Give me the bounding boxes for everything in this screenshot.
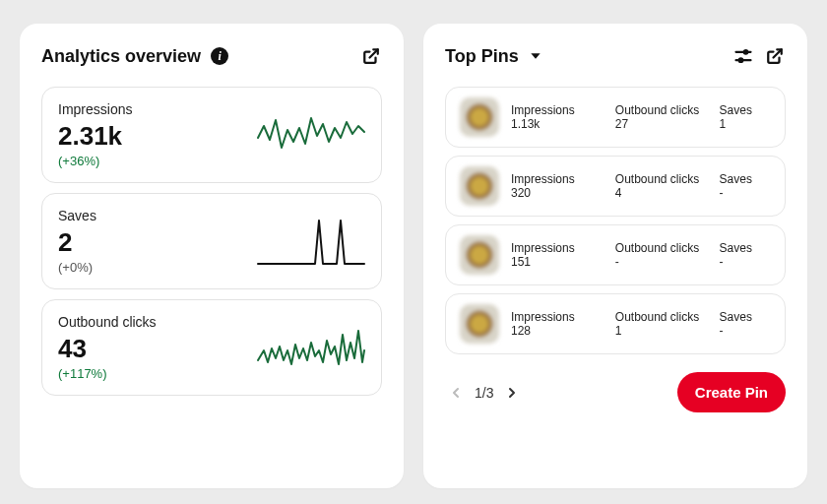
metric-label: Impressions [58,101,257,117]
external-link-icon[interactable] [764,45,786,67]
pin-thumbnail [460,235,499,275]
pin-impressions-value: 128 [511,324,600,338]
pin-saves-value: - [720,255,771,269]
info-icon[interactable]: i [211,47,228,65]
chevron-down-icon[interactable] [525,45,546,67]
metric-change: (+117%) [58,366,257,381]
pin-saves-label: Saves [720,103,771,117]
pin-row[interactable]: Impressions 151 Outbound clicks - Saves … [445,224,786,285]
pin-saves-label: Saves [720,241,771,255]
pager: 1/3 Create Pin [445,372,786,412]
pin-outbound-value: 4 [615,186,704,200]
top-pins-header: Top Pins [445,45,786,67]
pin-saves-label: Saves [720,172,771,186]
top-pins-title: Top Pins [445,46,519,67]
pin-row[interactable]: Impressions 1.13k Outbound clicks 27 Sav… [445,87,786,148]
pin-outbound-label: Outbound clicks [615,241,704,255]
svg-point-1 [744,50,748,54]
pin-outbound-value: 1 [615,324,704,338]
sparkline-icon [257,321,365,375]
filter-icon[interactable] [732,45,754,67]
pin-outbound-label: Outbound clicks [615,103,704,117]
pin-impressions-value: 1.13k [511,117,600,131]
analytics-title: Analytics overview [41,46,201,67]
pin-outbound-label: Outbound clicks [615,172,704,186]
metric-row[interactable]: Impressions 2.31k (+36%) [41,87,382,183]
metric-row[interactable]: Outbound clicks 43 (+117%) [41,299,382,396]
metric-label: Saves [58,208,257,223]
pin-saves-value: 1 [720,117,771,131]
pin-impressions-label: Impressions [511,310,600,324]
pager-text: 1/3 [475,385,493,401]
pin-outbound-value: 27 [615,117,704,131]
pager-next-icon[interactable] [501,382,523,404]
pin-impressions-value: 320 [511,186,600,200]
pin-saves-value: - [720,324,771,338]
metric-label: Outbound clicks [58,314,257,330]
metric-value: 43 [58,334,257,364]
pin-saves-label: Saves [720,310,771,324]
pin-row[interactable]: Impressions 128 Outbound clicks 1 Saves … [445,293,786,354]
analytics-header: Analytics overview i [41,45,382,67]
pin-impressions-label: Impressions [511,172,600,186]
pin-thumbnail [460,304,499,344]
top-pins-card: Top Pins Impressions 1.13k Outbound clic… [423,24,807,488]
metric-change: (+0%) [58,260,257,275]
create-pin-button[interactable]: Create Pin [677,372,786,412]
sparkline-icon [257,108,365,162]
external-link-icon[interactable] [360,45,382,67]
metric-value: 2 [58,227,257,258]
analytics-overview-card: Analytics overview i Impressions 2.31k (… [20,24,404,488]
svg-point-3 [739,58,743,62]
pin-impressions-label: Impressions [511,103,600,117]
metric-change: (+36%) [58,154,257,168]
sparkline-icon [257,215,365,269]
pin-thumbnail [460,166,499,206]
pin-outbound-label: Outbound clicks [615,310,704,324]
metric-row[interactable]: Saves 2 (+0%) [41,193,382,289]
metric-value: 2.31k [58,121,257,152]
pin-saves-value: - [720,186,771,200]
pin-impressions-label: Impressions [511,241,600,255]
pin-thumbnail [460,97,499,137]
pin-impressions-value: 151 [511,255,600,269]
pager-prev-icon[interactable] [445,382,467,404]
pin-row[interactable]: Impressions 320 Outbound clicks 4 Saves … [445,156,786,217]
pin-outbound-value: - [615,255,704,269]
